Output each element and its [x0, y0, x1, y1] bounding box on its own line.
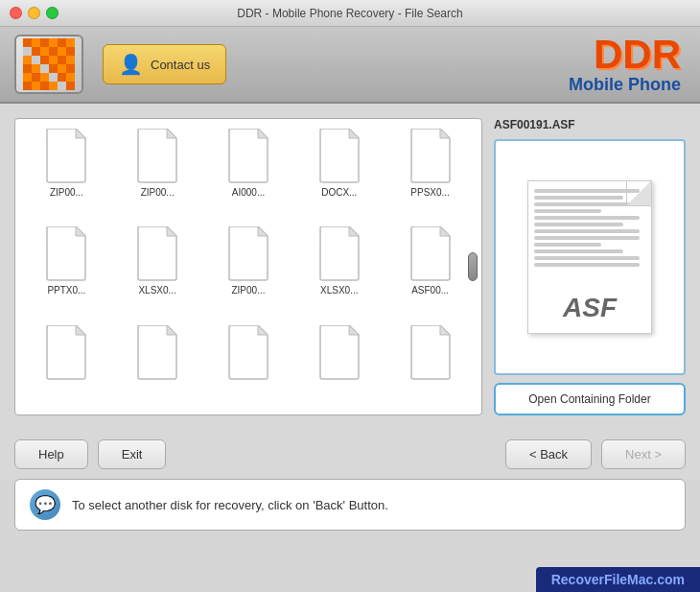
- next-button[interactable]: Next >: [601, 439, 686, 469]
- window-controls[interactable]: [10, 7, 58, 19]
- file-icon: [43, 325, 89, 381]
- file-name: ZIP00...: [220, 285, 277, 296]
- ddr-branding: DDR Mobile Phone: [569, 35, 681, 95]
- file-name: XLSX0...: [128, 285, 186, 296]
- doc-line: [534, 209, 601, 213]
- svg-rect-20: [40, 64, 49, 73]
- preview-type-label: ASF: [563, 293, 617, 323]
- file-icon: [43, 129, 89, 184]
- doc-lines: [528, 181, 651, 305]
- title-bar: DDR - Mobile Phone Recovery - File Searc…: [0, 0, 700, 27]
- doc-line: [534, 256, 640, 260]
- file-item[interactable]: XLSX0...: [297, 226, 381, 317]
- doc-line: [534, 189, 640, 193]
- file-name: ASF00...: [402, 285, 459, 296]
- open-folder-button[interactable]: Open Containing Folder: [494, 383, 686, 415]
- svg-rect-5: [66, 38, 75, 47]
- svg-rect-27: [49, 73, 58, 82]
- status-bar: 💬 To select another disk for recovery, c…: [14, 479, 686, 531]
- svg-rect-7: [32, 47, 40, 56]
- svg-rect-15: [49, 56, 58, 64]
- file-item[interactable]: [297, 325, 381, 405]
- svg-rect-30: [23, 82, 32, 90]
- svg-rect-23: [66, 64, 75, 73]
- svg-rect-1: [32, 38, 40, 47]
- svg-rect-26: [40, 73, 49, 82]
- file-grid-panel: ZIP00... ZIP00... AI000... DOCX... PPSX0…: [14, 118, 482, 415]
- svg-rect-28: [58, 73, 66, 82]
- maximize-button[interactable]: [46, 7, 58, 19]
- status-message: To select another disk for recovery, cli…: [72, 498, 388, 512]
- file-icon: [225, 129, 271, 184]
- file-icon: [43, 226, 89, 282]
- file-item[interactable]: ZIP00...: [207, 226, 291, 317]
- main-content: ZIP00... ZIP00... AI000... DOCX... PPSX0…: [0, 104, 700, 430]
- file-item[interactable]: PPSX0...: [388, 129, 472, 219]
- svg-rect-11: [66, 47, 75, 56]
- file-name: PPTX0...: [37, 285, 95, 296]
- file-icon: [316, 325, 362, 381]
- doc-line: [534, 236, 640, 240]
- exit-button[interactable]: Exit: [98, 439, 167, 469]
- file-item[interactable]: XLSX0...: [116, 226, 199, 317]
- svg-rect-32: [40, 82, 49, 90]
- bottom-bar: Help Exit < Back Next >: [0, 430, 700, 479]
- minimize-button[interactable]: [28, 7, 40, 19]
- file-name: DOCX...: [311, 187, 368, 198]
- file-grid: ZIP00... ZIP00... AI000... DOCX... PPSX0…: [25, 129, 472, 405]
- file-name: PPSX0...: [402, 187, 459, 198]
- file-item[interactable]: ZIP00...: [25, 129, 108, 219]
- svg-rect-4: [58, 38, 66, 47]
- preview-filename: ASF00191.ASF: [494, 118, 686, 131]
- doc-line: [534, 249, 623, 253]
- file-item[interactable]: [207, 325, 291, 405]
- file-name: XLSX0...: [311, 285, 368, 296]
- ddr-title-text: DDR: [569, 35, 681, 75]
- svg-rect-8: [40, 47, 49, 56]
- logo-icon: [23, 38, 75, 90]
- contact-label: Contact us: [151, 58, 210, 72]
- file-item[interactable]: [116, 325, 199, 405]
- preview-document: ASF: [527, 180, 652, 334]
- file-icon: [134, 226, 180, 282]
- preview-panel: ASF00191.ASF ASF: [494, 118, 686, 415]
- svg-rect-9: [49, 47, 58, 56]
- file-icon: [408, 226, 454, 282]
- file-item[interactable]: PPTX0...: [25, 226, 108, 317]
- doc-line: [534, 202, 640, 206]
- doc-line: [534, 216, 640, 220]
- header: 👤 Contact us DDR Mobile Phone: [0, 27, 700, 104]
- close-button[interactable]: [10, 7, 22, 19]
- svg-rect-16: [58, 56, 66, 64]
- logo-box: [14, 35, 83, 94]
- file-icon: [316, 226, 362, 282]
- file-item[interactable]: ASF00...: [388, 226, 472, 317]
- svg-rect-24: [23, 73, 32, 82]
- footer-text: RecoverFileMac.com: [551, 572, 685, 587]
- svg-rect-35: [66, 82, 75, 90]
- file-item[interactable]: [25, 325, 108, 405]
- file-icon: [225, 226, 271, 282]
- contact-icon: 👤: [119, 53, 143, 76]
- file-icon: [408, 129, 454, 184]
- file-name: ZIP00...: [128, 187, 186, 198]
- svg-rect-25: [32, 73, 40, 82]
- svg-rect-13: [32, 56, 40, 64]
- preview-box: ASF: [494, 139, 686, 375]
- svg-rect-21: [49, 64, 58, 73]
- back-button[interactable]: < Back: [505, 439, 592, 469]
- svg-rect-17: [66, 56, 75, 64]
- file-name: ZIP00...: [37, 187, 95, 198]
- scrollbar-handle[interactable]: [468, 252, 478, 281]
- file-item[interactable]: AI000...: [207, 129, 291, 219]
- file-icon: [225, 325, 271, 381]
- svg-rect-34: [58, 82, 66, 90]
- doc-line: [534, 223, 623, 226]
- help-button[interactable]: Help: [14, 439, 88, 469]
- svg-rect-0: [23, 38, 32, 47]
- file-icon: [134, 129, 180, 184]
- contact-button[interactable]: 👤 Contact us: [103, 44, 226, 84]
- file-item[interactable]: DOCX...: [297, 129, 381, 219]
- file-item[interactable]: [388, 325, 472, 405]
- file-item[interactable]: ZIP00...: [116, 129, 199, 219]
